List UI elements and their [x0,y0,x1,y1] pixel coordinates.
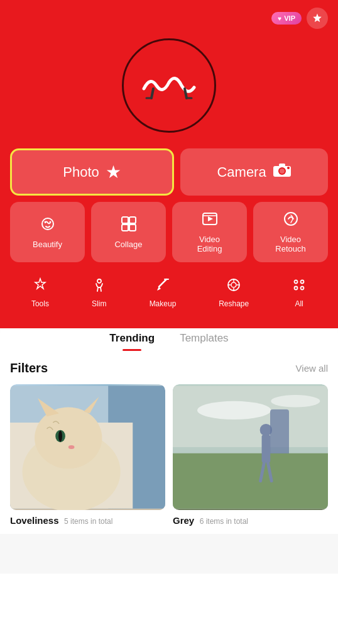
svg-rect-15 [122,225,128,231]
hero-area [0,29,338,148]
svg-point-36 [301,287,304,290]
slim-item[interactable]: Slim [92,277,107,308]
beautify-icon [40,216,56,236]
makeup-item[interactable]: Makeup [150,277,177,308]
svg-rect-8 [279,164,285,167]
reshape-icon [226,277,241,296]
svg-point-45 [58,431,62,442]
svg-point-7 [280,169,285,174]
content-section: Trending Templates Filters View all [0,322,338,574]
svg-point-50 [271,395,320,408]
tab-trending[interactable]: Trending [109,332,155,351]
video-editing-button[interactable]: VideoEditing [172,202,247,262]
beautify-label: Beautify [33,240,62,249]
collage-icon [121,216,137,236]
vip-label: VIP [284,14,295,22]
all-icon [292,277,307,296]
svg-point-41 [35,408,102,469]
header-section: VIP Photo ★ [0,0,338,328]
beautify-button[interactable]: Beautify [10,202,85,262]
makeup-label: Makeup [150,299,177,308]
camera-icon [273,162,292,182]
svg-point-53 [260,424,273,436]
svg-point-12 [49,221,51,223]
svg-marker-20 [208,216,213,221]
svg-point-24 [97,279,101,283]
reshape-label: Reshape [219,299,249,308]
svg-line-1 [151,89,153,98]
video-retouch-icon [283,211,299,231]
svg-point-28 [231,282,236,287]
svg-marker-0 [313,14,322,23]
vip-badge[interactable]: VIP [271,12,302,25]
view-all-button[interactable]: View all [296,363,328,374]
all-item[interactable]: All [292,277,307,308]
svg-point-22 [285,213,297,225]
svg-rect-16 [129,225,136,231]
slim-label: Slim [92,299,106,308]
all-label: All [295,299,303,308]
tools-label: Tools [31,299,49,308]
svg-point-9 [287,167,290,169]
video-retouch-button[interactable]: VideoRetouch [253,202,328,262]
svg-rect-14 [129,217,136,223]
svg-point-35 [295,287,298,290]
filters-title: Filters [10,361,48,375]
tab-templates[interactable]: Templates [180,332,228,351]
svg-line-25 [159,279,166,287]
slim-icon [92,277,107,296]
svg-rect-52 [262,435,271,462]
reshape-item[interactable]: Reshape [219,277,249,308]
hero-circle [122,38,216,133]
grey-count: 6 items in total [200,517,248,526]
svg-point-33 [295,280,298,284]
filter-card-grey[interactable]: Grey 6 items in total [173,384,328,526]
tools-nav: Tools Slim Makeup [0,272,338,316]
collage-button[interactable]: Collage [91,202,166,262]
svg-point-46 [68,445,75,449]
grey-name: Grey [173,515,194,526]
filter-cards-row: Loveliness 5 items in total [10,384,328,526]
svg-point-11 [44,221,46,223]
tools-icon [33,277,48,296]
svg-point-34 [301,280,304,284]
settings-icon [312,13,323,24]
photo-button[interactable]: Photo ★ [10,148,174,196]
main-buttons-row: Photo ★ Camera [0,148,338,196]
camera-label: Camera [217,164,266,180]
svg-point-49 [197,401,271,419]
grey-card-info: Grey 6 items in total [173,515,328,526]
loveliness-name: Loveliness [10,515,59,526]
svg-rect-13 [122,217,128,223]
loveliness-count: 5 items in total [64,517,112,526]
collage-label: Collage [114,240,142,249]
grey-image [173,384,328,510]
makeup-icon [155,277,170,296]
tools-item[interactable]: Tools [31,277,49,308]
camera-button[interactable]: Camera [180,148,328,196]
video-editing-label: VideoEditing [197,235,222,253]
filters-header: Filters View all [10,361,328,375]
top-bar: VIP [0,0,338,29]
svg-rect-51 [173,453,328,509]
video-editing-icon [202,211,218,231]
video-retouch-label: VideoRetouch [275,235,305,253]
filters-section: Filters View all [0,351,338,534]
loveliness-image [10,384,165,510]
photo-star-icon: ★ [106,162,121,182]
svg-marker-23 [35,279,45,289]
photo-label: Photo [63,164,99,180]
loveliness-card-info: Loveliness 5 items in total [10,515,165,526]
secondary-buttons-row: Beautify Collage [0,202,338,262]
settings-button[interactable] [307,8,328,29]
filter-card-loveliness[interactable]: Loveliness 5 items in total [10,384,165,526]
hero-squiggle-icon [138,70,200,101]
